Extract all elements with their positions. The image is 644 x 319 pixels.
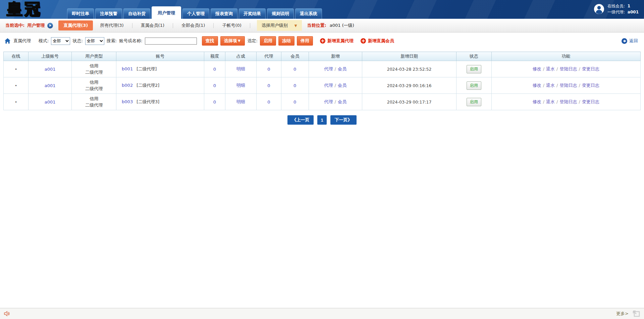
plus-circle-icon (361, 38, 366, 44)
selected-label: 选定: (247, 38, 257, 44)
members-count-link[interactable]: 0 (293, 83, 296, 88)
add-member-link[interactable]: 会员 (338, 99, 346, 104)
filter-tab-all-agents[interactable]: 所有代理(3) (95, 20, 128, 30)
modify-link[interactable]: 修改 (533, 66, 541, 71)
credit-link[interactable]: 0 (213, 100, 216, 105)
speaker-icon[interactable] (4, 311, 10, 316)
members-count-link[interactable]: 0 (293, 67, 296, 72)
add-agent-link[interactable]: 代理 (324, 66, 333, 71)
back-button[interactable]: 返回 (622, 38, 638, 44)
account-note: [二级代理] (137, 66, 157, 71)
main-nav: 即时注单 注单预警 自动补货 用户管理 个人管理 报表查询 开奖结果 规则说明 … (67, 6, 322, 19)
pagination: 《上一页 1 下一页》 (0, 115, 644, 125)
user-type-line1: 信用 (72, 63, 116, 69)
nav-tab-instant-bets[interactable]: 即时注单 (67, 8, 94, 19)
nav-tab-lottery-results[interactable]: 开奖结果 (239, 8, 266, 19)
parent-account-link[interactable]: a001 (45, 100, 56, 105)
col-members: 会员 (281, 52, 309, 61)
change-log-link[interactable]: 变更日志 (582, 66, 599, 71)
share-detail-link[interactable]: 明细 (236, 99, 245, 104)
mode-select[interactable]: 全部 (51, 37, 70, 45)
user-level-dropdown[interactable]: 选择用户级别 ▼ (257, 20, 302, 31)
col-status: 状态 (457, 52, 491, 61)
filter-tab-direct-members[interactable]: 直属会员(1) (136, 20, 169, 30)
filter-tab-sub-accounts[interactable]: 子帐号(0) (217, 20, 246, 30)
add-member-link[interactable]: 会员 (338, 66, 346, 71)
separator: / (543, 66, 544, 71)
next-page-button[interactable]: 下一页》 (330, 115, 357, 125)
col-share: 占成 (225, 52, 256, 61)
change-log-link[interactable]: 变更日志 (582, 83, 599, 88)
add-direct-member-link[interactable]: 新增直属会员 (361, 38, 394, 44)
find-button[interactable]: 查找 (202, 36, 218, 46)
col-parent-account: 上级账号 (29, 52, 72, 61)
share-detail-link[interactable]: 明细 (236, 83, 245, 88)
current-page-button[interactable]: 1 (317, 115, 326, 125)
nav-tab-user-management[interactable]: 用户管理 (152, 6, 181, 19)
divider (213, 23, 214, 28)
user-level-dropdown-label: 选择用户级别 (262, 22, 288, 28)
add-agent-link[interactable]: 代理 (324, 99, 333, 104)
enable-button[interactable]: 启用 (260, 36, 276, 46)
select-items-button[interactable]: 选择项▼ (220, 36, 245, 46)
share-detail-link[interactable]: 明细 (236, 66, 245, 71)
status-enabled-button[interactable]: 启用 (467, 81, 481, 90)
add-direct-agent-link[interactable]: 新增直属代理 (320, 38, 354, 44)
nav-tab-reports[interactable]: 报表查询 (211, 8, 237, 19)
agents-count-link[interactable]: 0 (267, 100, 270, 105)
status-select[interactable]: 全部 (85, 37, 104, 45)
status-enabled-button[interactable]: 启用 (467, 98, 481, 106)
add-agent-link[interactable]: 代理 (324, 83, 333, 88)
brand-logo: 皇冠 (7, 0, 42, 19)
account-note: [二级代理2] (137, 83, 159, 88)
search-field-label: 账号或名称: (119, 38, 142, 44)
online-members-value: 1 (628, 4, 630, 8)
members-count-link[interactable]: 0 (293, 100, 296, 105)
freeze-button[interactable]: 冻结 (278, 36, 294, 46)
login-log-link[interactable]: 登陆日志 (559, 66, 577, 71)
credit-link[interactable]: 0 (213, 83, 216, 88)
disable-button[interactable]: 停用 (297, 36, 313, 46)
rebate-link[interactable]: 退水 (546, 83, 555, 88)
account-link[interactable]: b001 (122, 66, 133, 71)
filter-tab-all-members[interactable]: 全部会员(1) (176, 20, 210, 30)
add-member-link[interactable]: 会员 (338, 83, 346, 88)
play-arrow-icon[interactable] (47, 23, 53, 28)
parent-account-link[interactable]: a001 (45, 83, 56, 88)
avatar-icon (594, 4, 604, 14)
rebate-link[interactable]: 退水 (546, 66, 555, 71)
agents-count-link[interactable]: 0 (267, 67, 270, 72)
modify-link[interactable]: 修改 (533, 99, 541, 104)
popout-icon[interactable] (633, 310, 640, 317)
add-date: 2024-03-28 23:52:52 (387, 67, 432, 72)
mode-label: 模式: (39, 38, 49, 44)
account-link[interactable]: b002 (122, 83, 133, 88)
more-link[interactable]: 更多> (616, 311, 629, 317)
rebate-link[interactable]: 退水 (546, 99, 555, 104)
back-label: 返回 (629, 38, 638, 44)
add-date: 2024-03-29 00:17:17 (387, 100, 432, 105)
account-link[interactable]: b003 (122, 99, 133, 104)
nav-tab-bet-alerts[interactable]: 注单预警 (95, 8, 122, 19)
nav-tab-personal-management[interactable]: 个人管理 (182, 8, 209, 19)
col-user-type: 用户类型 (72, 52, 116, 61)
prev-page-button[interactable]: 《上一页 (287, 115, 314, 125)
agents-count-link[interactable]: 0 (267, 83, 270, 88)
credit-link[interactable]: 0 (213, 67, 216, 72)
change-log-link[interactable]: 变更日志 (582, 99, 599, 104)
status-label: 状态: (72, 38, 83, 44)
filter-tab-direct-agents[interactable]: 直属代理(3) (58, 20, 93, 30)
divider (250, 23, 250, 28)
nav-tab-logout[interactable]: 退出系统 (295, 8, 322, 19)
status-enabled-button[interactable]: 启用 (467, 65, 481, 73)
nav-tab-auto-restock[interactable]: 自动补货 (123, 8, 150, 19)
search-input[interactable] (145, 38, 197, 45)
parent-account-link[interactable]: a001 (45, 67, 56, 72)
user-type-line1: 信用 (72, 95, 116, 102)
separator: / (579, 83, 580, 88)
online-dot: • (15, 100, 17, 105)
nav-tab-rules[interactable]: 规则说明 (267, 8, 294, 19)
login-log-link[interactable]: 登陆日志 (559, 99, 577, 104)
login-log-link[interactable]: 登陆日志 (559, 83, 577, 88)
modify-link[interactable]: 修改 (533, 83, 541, 88)
